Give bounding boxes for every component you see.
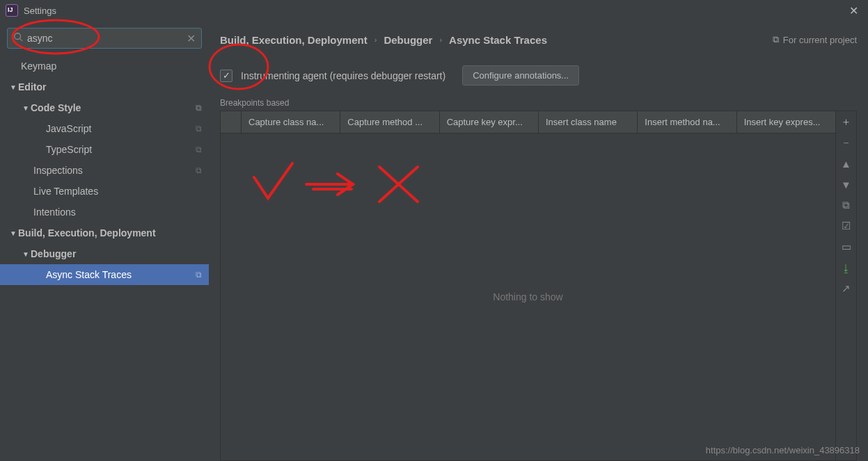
chevron-down-icon: ▼ (8, 229, 18, 237)
watermark: https://blog.csdn.net/weixin_43896318 (706, 445, 860, 455)
svg-point-0 (15, 33, 21, 40)
export-icon[interactable]: ↗ (836, 278, 856, 299)
crumb-async: Async Stack Traces (449, 34, 547, 46)
toggle-icon[interactable]: ☑ (836, 216, 856, 236)
table-toolbar: ＋ － ▲ ▼ ⧉ ☑ ▭ ⭳ ↗ (836, 111, 857, 461)
col-checkbox[interactable] (221, 111, 242, 133)
col-insert-method[interactable]: Insert method na... (638, 111, 736, 133)
panel-icon[interactable]: ▭ (836, 236, 856, 257)
move-down-icon[interactable]: ▼ (836, 174, 856, 195)
chevron-down-icon: ▼ (21, 250, 31, 258)
search-icon (13, 32, 23, 45)
table-wrap: Capture class na... Capture method ... C… (220, 111, 857, 461)
move-up-icon[interactable]: ▲ (836, 153, 856, 174)
option-row: Instrumenting agent (requires debugger r… (220, 65, 857, 86)
table: Capture class na... Capture method ... C… (220, 111, 836, 461)
settings-tree: Keymap ▼Editor ▼Code Style⧉ JavaScript⧉ … (0, 56, 209, 461)
tree-keymap[interactable]: Keymap (0, 56, 209, 76)
tree-intentions[interactable]: Intentions (0, 202, 209, 223)
search-input[interactable] (27, 33, 187, 44)
empty-message: Nothing to show (221, 134, 835, 460)
copy-icon: ⧉ (196, 145, 202, 154)
tree-build-execution-deployment[interactable]: ▼Build, Execution, Deployment (0, 223, 209, 243)
add-icon[interactable]: ＋ (836, 111, 856, 132)
tree-javascript[interactable]: JavaScript⧉ (0, 118, 209, 139)
col-insert-key[interactable]: Insert key expres... (737, 111, 835, 133)
col-capture-class[interactable]: Capture class na... (242, 111, 340, 133)
col-insert-class[interactable]: Insert class name (539, 111, 638, 133)
search-box[interactable]: ✕ (7, 28, 202, 49)
table-header: Capture class na... Capture method ... C… (221, 111, 835, 134)
duplicate-icon[interactable]: ⧉ (836, 195, 856, 216)
copy-icon: ⧉ (196, 124, 202, 134)
tree-editor[interactable]: ▼Editor (0, 76, 209, 97)
chevron-right-icon: › (439, 35, 442, 44)
svg-line-1 (20, 39, 23, 42)
breakpoints-section-label: Breakpoints based (220, 98, 857, 108)
remove-icon[interactable]: － (836, 132, 856, 153)
col-capture-key[interactable]: Capture key expr... (440, 111, 539, 133)
tree-code-style[interactable]: ▼Code Style⧉ (0, 97, 209, 118)
copy-icon: ⧉ (196, 270, 202, 280)
tree-async-stack-traces[interactable]: Async Stack Traces⧉ (0, 264, 209, 285)
window-title: Settings (24, 6, 56, 16)
copy-icon: ⧉ (196, 165, 202, 175)
copy-icon: ⧉ (196, 103, 202, 113)
crumb-bed[interactable]: Build, Execution, Deployment (220, 34, 368, 46)
chevron-down-icon: ▼ (8, 83, 18, 91)
instrumenting-agent-label: Instrumenting agent (requires debugger r… (241, 70, 445, 81)
instrumenting-agent-checkbox[interactable] (220, 70, 232, 82)
col-capture-method[interactable]: Capture method ... (340, 111, 439, 133)
tree-debugger[interactable]: ▼Debugger (0, 243, 209, 264)
titlebar: Settings ✕ (0, 0, 868, 21)
chevron-down-icon: ▼ (21, 104, 31, 112)
sidebar: ✕ Keymap ▼Editor ▼Code Style⧉ JavaScript… (0, 21, 209, 461)
project-scope: ⧉ For current project (773, 34, 857, 45)
clear-search-icon[interactable]: ✕ (187, 32, 196, 45)
close-icon[interactable]: ✕ (845, 4, 862, 17)
crumb-debugger[interactable]: Debugger (384, 34, 432, 46)
chevron-right-icon: › (374, 35, 377, 44)
breadcrumb: Build, Execution, Deployment › Debugger … (220, 29, 857, 50)
copy-icon: ⧉ (773, 34, 779, 45)
app-icon (6, 4, 18, 17)
main-panel: Build, Execution, Deployment › Debugger … (209, 21, 868, 461)
tree-typescript[interactable]: TypeScript⧉ (0, 139, 209, 160)
download-icon[interactable]: ⭳ (836, 257, 856, 278)
configure-annotations-button[interactable]: Configure annotations... (462, 65, 579, 86)
tree-live-templates[interactable]: Live Templates (0, 181, 209, 202)
tree-inspections[interactable]: Inspections⧉ (0, 160, 209, 181)
